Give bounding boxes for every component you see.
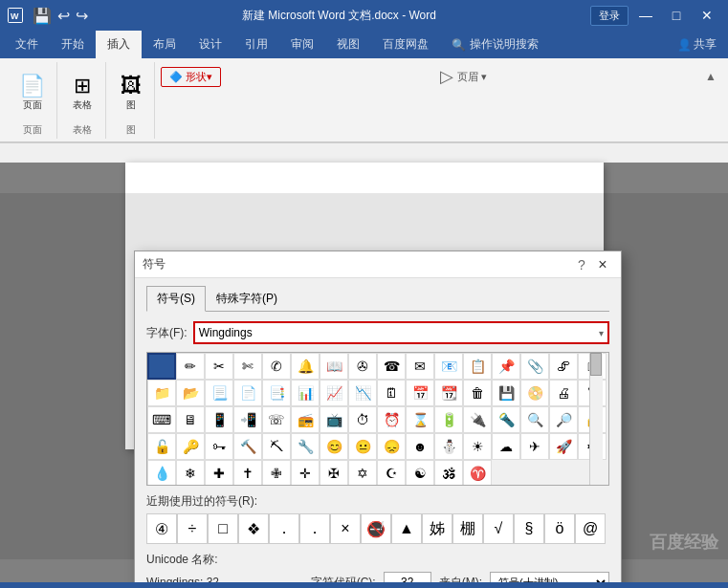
- symbol-cell[interactable]: 📀: [520, 380, 549, 406]
- tab-view[interactable]: 视图: [325, 31, 371, 58]
- symbol-cell[interactable]: ✇: [348, 353, 377, 380]
- symbol-cell[interactable]: ⏰: [377, 406, 406, 433]
- symbol-cell[interactable]: 📻: [291, 406, 320, 433]
- recent-symbol[interactable]: √: [483, 513, 514, 544]
- symbol-cell[interactable]: ⛄: [434, 433, 463, 460]
- symbol-cell[interactable]: [147, 353, 176, 380]
- symbol-cell[interactable]: 📱: [205, 406, 233, 433]
- tab-search[interactable]: 🔍操作说明搜索: [440, 31, 550, 58]
- symbol-cell[interactable]: 📌: [492, 353, 520, 380]
- symbol-cell[interactable]: 🖥: [176, 406, 205, 433]
- recent-symbol[interactable]: 棚: [452, 513, 483, 544]
- symbol-cell[interactable]: 🔎: [549, 406, 578, 433]
- tab-file[interactable]: 文件: [4, 31, 50, 58]
- symbol-cell[interactable]: 🗓: [377, 380, 406, 406]
- symbol-cell[interactable]: 🖨: [549, 380, 578, 406]
- symbol-cell[interactable]: 🔨: [233, 433, 262, 460]
- symbol-cell[interactable]: 📉: [348, 380, 377, 406]
- tab-references[interactable]: 引用: [233, 31, 279, 58]
- symbol-cell[interactable]: 📎: [520, 353, 549, 380]
- symbol-cell[interactable]: ⌛: [406, 406, 434, 433]
- symbol-cell[interactable]: 🔔: [291, 353, 320, 380]
- recent-symbol[interactable]: ❖: [238, 513, 269, 544]
- symbol-cell[interactable]: 🔋: [434, 406, 463, 433]
- symbol-cell[interactable]: ☏: [262, 406, 291, 433]
- symbol-cell[interactable]: 🔍: [520, 406, 549, 433]
- recent-symbol[interactable]: ．: [299, 513, 330, 544]
- symbol-cell[interactable]: ☎: [377, 353, 406, 380]
- symbol-cell[interactable]: 🗑: [463, 380, 492, 406]
- recent-symbol[interactable]: □: [208, 513, 238, 544]
- recent-symbol[interactable]: ö: [544, 513, 575, 544]
- symbol-cell[interactable]: ⌨: [147, 406, 176, 433]
- tab-baidu[interactable]: 百度网盘: [371, 31, 440, 58]
- symbol-cell[interactable]: 💧: [147, 460, 176, 486]
- dialog-help-button[interactable]: ?: [571, 254, 592, 275]
- symbol-cell[interactable]: 🔧: [291, 433, 320, 460]
- symbol-cell[interactable]: ✚: [205, 460, 233, 486]
- symbol-cell[interactable]: 📂: [176, 380, 205, 406]
- symbol-cell[interactable]: 📊: [291, 380, 320, 406]
- symbol-cell[interactable]: ✈: [520, 433, 549, 460]
- tab-design[interactable]: 设计: [188, 31, 233, 58]
- close-button[interactable]: ✕: [694, 2, 720, 29]
- symbol-cell[interactable]: 📆: [434, 380, 463, 406]
- symbol-cell[interactable]: ⏱: [348, 406, 377, 433]
- recent-symbol[interactable]: ▲: [391, 513, 422, 544]
- symbol-cell[interactable]: 📧: [434, 353, 463, 380]
- symbol-cell[interactable]: 😊: [320, 433, 348, 460]
- symbol-cell[interactable]: ✛: [291, 460, 320, 486]
- minimize-button[interactable]: —: [632, 2, 659, 29]
- redo-button[interactable]: ↪: [76, 7, 88, 25]
- symbol-cell[interactable]: 🕉: [434, 460, 463, 486]
- recent-symbol[interactable]: §: [514, 513, 544, 544]
- symbol-cell[interactable]: 📅: [406, 380, 434, 406]
- symbol-cell[interactable]: ⛏: [262, 433, 291, 460]
- font-select[interactable]: Wingdings ▾: [193, 321, 609, 344]
- symbol-cell[interactable]: ✙: [262, 460, 291, 486]
- symbol-cell[interactable]: ♈: [463, 460, 492, 486]
- symbol-grid-scrollbar[interactable]: [589, 353, 603, 486]
- symbol-cell[interactable]: ✝: [233, 460, 262, 486]
- scrollbar-thumb[interactable]: [590, 353, 602, 376]
- symbol-cell[interactable]: 🔑: [176, 433, 205, 460]
- symbol-cell[interactable]: 📁: [147, 380, 176, 406]
- symbol-cell[interactable]: 📺: [320, 406, 348, 433]
- tab-review[interactable]: 审阅: [279, 31, 325, 58]
- symbol-cell[interactable]: 🔓: [147, 433, 176, 460]
- symbol-cell[interactable]: 😐: [348, 433, 377, 460]
- tab-layout[interactable]: 布局: [142, 31, 188, 58]
- symbol-cell[interactable]: ☻: [406, 433, 434, 460]
- symbol-cell[interactable]: ☪: [377, 460, 406, 486]
- symbol-cell[interactable]: ☯: [406, 460, 434, 486]
- symbol-cell[interactable]: ✉: [406, 353, 434, 380]
- image-button[interactable]: 🖼 图: [114, 72, 148, 116]
- symbol-cell[interactable]: ❄: [176, 460, 205, 486]
- symbol-cell[interactable]: ✂: [205, 353, 233, 380]
- share-button[interactable]: 👤共享: [666, 31, 728, 58]
- symbol-cell[interactable]: 🗝: [205, 433, 233, 460]
- symbol-cell[interactable]: 🖇: [549, 353, 578, 380]
- symbol-cell[interactable]: ✡: [348, 460, 377, 486]
- save-button[interactable]: 💾: [33, 7, 52, 25]
- symbol-cell[interactable]: ✠: [320, 460, 348, 486]
- symbol-cell[interactable]: 📃: [205, 380, 233, 406]
- symbol-cell[interactable]: 🔦: [492, 406, 520, 433]
- recent-symbol[interactable]: @: [575, 513, 606, 544]
- symbol-cell[interactable]: ☀: [463, 433, 492, 460]
- recent-symbol[interactable]: ④: [146, 513, 177, 544]
- symbol-cell[interactable]: 📋: [463, 353, 492, 380]
- symbol-cell[interactable]: 💾: [492, 380, 520, 406]
- symbol-cell[interactable]: 📲: [233, 406, 262, 433]
- tab-home[interactable]: 开始: [50, 31, 96, 58]
- symbol-cell[interactable]: 😞: [377, 433, 406, 460]
- symbol-cell[interactable]: ☁: [492, 433, 520, 460]
- symbol-cell[interactable]: 📖: [320, 353, 348, 380]
- symbol-cell[interactable]: 📄: [233, 380, 262, 406]
- symbol-cell[interactable]: ✄: [233, 353, 262, 380]
- recent-symbol[interactable]: 姊: [422, 513, 452, 544]
- symbol-cell[interactable]: 🚀: [549, 433, 578, 460]
- recent-symbol[interactable]: ×: [330, 513, 361, 544]
- tab-insert[interactable]: 插入: [96, 31, 142, 58]
- login-button[interactable]: 登录: [590, 6, 629, 26]
